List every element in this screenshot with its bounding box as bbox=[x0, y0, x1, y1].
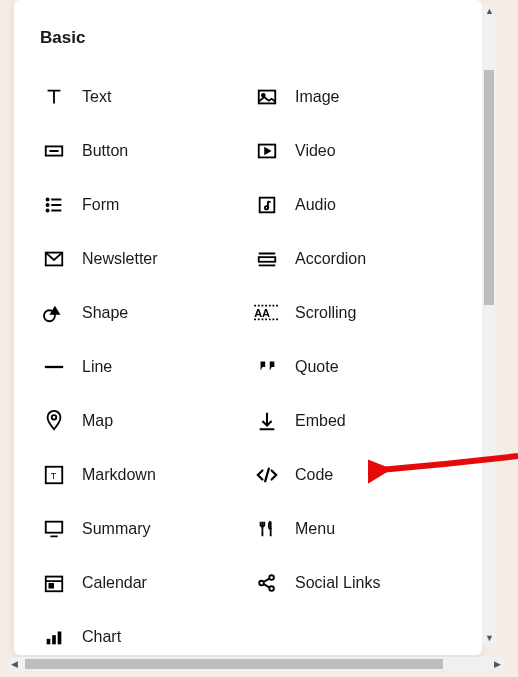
quote-icon bbox=[253, 353, 281, 381]
block-label: Calendar bbox=[82, 574, 147, 592]
scroll-left-icon[interactable]: ◀ bbox=[11, 659, 18, 669]
block-label: Social Links bbox=[295, 574, 380, 592]
audio-icon bbox=[253, 191, 281, 219]
vertical-scroll-thumb[interactable] bbox=[484, 70, 494, 305]
block-label: Shape bbox=[82, 304, 128, 322]
scroll-down-icon[interactable]: ▼ bbox=[485, 634, 494, 643]
svg-rect-38 bbox=[47, 639, 51, 645]
svg-rect-0 bbox=[259, 91, 276, 104]
svg-rect-40 bbox=[58, 632, 62, 645]
block-label: Summary bbox=[82, 520, 150, 538]
svg-rect-15 bbox=[259, 257, 276, 262]
block-item-form[interactable]: Form bbox=[40, 178, 243, 232]
block-label: Markdown bbox=[82, 466, 156, 484]
menu-icon bbox=[253, 515, 281, 543]
block-item-shape[interactable]: Shape bbox=[40, 286, 243, 340]
code-icon bbox=[253, 461, 281, 489]
block-label: Newsletter bbox=[82, 250, 158, 268]
newsletter-icon bbox=[40, 245, 68, 273]
svg-rect-32 bbox=[49, 584, 53, 588]
button-icon bbox=[40, 137, 68, 165]
block-item-chart[interactable]: Chart bbox=[40, 610, 243, 655]
image-icon bbox=[253, 83, 281, 111]
svg-point-9 bbox=[47, 210, 49, 212]
video-icon bbox=[253, 137, 281, 165]
summary-icon bbox=[40, 515, 68, 543]
block-label: Chart bbox=[82, 628, 121, 646]
vertical-scrollbar[interactable]: ▲ ▼ bbox=[482, 5, 496, 645]
svg-point-7 bbox=[47, 204, 49, 206]
block-item-markdown[interactable]: T Markdown bbox=[40, 448, 243, 502]
block-label: Quote bbox=[295, 358, 339, 376]
block-item-button[interactable]: Button bbox=[40, 124, 243, 178]
block-item-audio[interactable]: Audio bbox=[253, 178, 456, 232]
line-icon bbox=[40, 353, 68, 381]
form-icon bbox=[40, 191, 68, 219]
block-label: Audio bbox=[295, 196, 336, 214]
svg-text:AA: AA bbox=[254, 307, 270, 319]
block-item-code[interactable]: Code bbox=[253, 448, 456, 502]
svg-rect-39 bbox=[52, 635, 56, 644]
embed-icon bbox=[253, 407, 281, 435]
scrolling-icon: AA bbox=[253, 299, 281, 327]
block-item-scrolling[interactable]: AA Scrolling bbox=[253, 286, 456, 340]
blocks-grid: Text Image Button Video Form bbox=[40, 70, 456, 655]
block-item-social[interactable]: Social Links bbox=[253, 556, 456, 610]
svg-point-12 bbox=[265, 206, 268, 209]
block-label: Text bbox=[82, 88, 111, 106]
scroll-up-icon[interactable]: ▲ bbox=[485, 7, 494, 16]
svg-rect-28 bbox=[46, 522, 63, 533]
block-label: Image bbox=[295, 88, 339, 106]
accordion-icon bbox=[253, 245, 281, 273]
svg-line-37 bbox=[263, 584, 269, 588]
svg-line-27 bbox=[265, 469, 269, 482]
block-label: Line bbox=[82, 358, 112, 376]
chart-icon bbox=[40, 623, 68, 651]
block-label: Video bbox=[295, 142, 336, 160]
text-icon bbox=[40, 83, 68, 111]
block-item-line[interactable]: Line bbox=[40, 340, 243, 394]
calendar-icon bbox=[40, 569, 68, 597]
block-label: Map bbox=[82, 412, 113, 430]
block-label: Code bbox=[295, 466, 333, 484]
scroll-right-icon[interactable]: ▶ bbox=[494, 659, 501, 669]
block-item-map[interactable]: Map bbox=[40, 394, 243, 448]
block-item-image[interactable]: Image bbox=[253, 70, 456, 124]
block-label: Form bbox=[82, 196, 119, 214]
svg-point-5 bbox=[47, 199, 49, 201]
markdown-icon: T bbox=[40, 461, 68, 489]
block-item-video[interactable]: Video bbox=[253, 124, 456, 178]
block-item-calendar[interactable]: Calendar bbox=[40, 556, 243, 610]
block-label: Button bbox=[82, 142, 128, 160]
section-title: Basic bbox=[40, 28, 456, 48]
horizontal-scroll-thumb[interactable] bbox=[25, 659, 443, 669]
block-item-menu[interactable]: Menu bbox=[253, 502, 456, 556]
block-item-summary[interactable]: Summary bbox=[40, 502, 243, 556]
svg-point-22 bbox=[52, 415, 57, 420]
block-label: Embed bbox=[295, 412, 346, 430]
block-item-quote[interactable]: Quote bbox=[253, 340, 456, 394]
block-label: Scrolling bbox=[295, 304, 356, 322]
horizontal-scrollbar[interactable]: ◀ ▶ bbox=[8, 657, 504, 671]
map-icon bbox=[40, 407, 68, 435]
social-icon bbox=[253, 569, 281, 597]
svg-text:T: T bbox=[51, 471, 57, 481]
shape-icon bbox=[40, 299, 68, 327]
block-label: Menu bbox=[295, 520, 335, 538]
block-item-embed[interactable]: Embed bbox=[253, 394, 456, 448]
block-label: Accordion bbox=[295, 250, 366, 268]
blocks-panel: Basic Text Image Button Video bbox=[14, 0, 482, 655]
svg-line-36 bbox=[263, 578, 269, 582]
block-item-accordion[interactable]: Accordion bbox=[253, 232, 456, 286]
block-item-newsletter[interactable]: Newsletter bbox=[40, 232, 243, 286]
block-item-text[interactable]: Text bbox=[40, 70, 243, 124]
